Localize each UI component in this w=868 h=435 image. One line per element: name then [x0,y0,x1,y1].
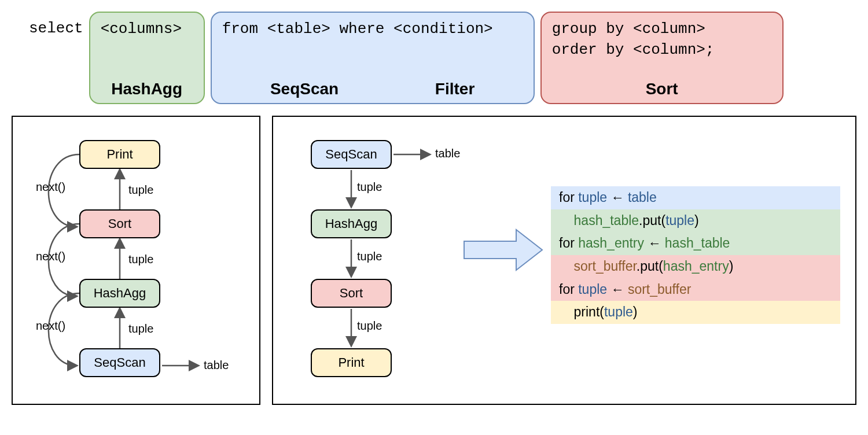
tuple-r-3: tuple [357,319,382,333]
print-node-r: Print [311,348,392,377]
groupby-code: group by <column> [552,19,772,39]
sort-node: Sort [79,209,160,238]
from-code: from <table> where <condition> [222,19,523,39]
next-label-2: next() [36,250,65,263]
table-label: table [204,359,229,372]
orderby-code: order by <column>; [552,39,772,60]
filter-op: Filter [435,80,475,98]
seqscan-node: SeqScan [79,348,160,377]
table-r: table [435,147,460,160]
sort-node-r: Sort [311,279,392,308]
sort-op: Sort [552,80,772,98]
left-panel: Print Sort HashAgg SeqScan next() next()… [12,116,260,405]
pseudocode: for tuple ← table hash_table.put(tuple) … [551,186,840,324]
hashagg-node-r: HashAgg [311,209,392,238]
from-box: from <table> where <condition> SeqScan F… [211,12,535,104]
code-line-5: for tuple ← sort_buffer [551,278,840,301]
code-line-4: sort_buffer.put(hash_entry) [551,255,840,278]
bottom-row: Print Sort HashAgg SeqScan next() next()… [12,116,856,405]
next-label-1: next() [36,180,65,194]
code-line-1: for tuple ← table [551,186,840,209]
columns-op: HashAgg [101,80,193,98]
tuple-r-2: tuple [357,250,382,263]
next-label-3: next() [36,319,65,333]
seqscan-op: SeqScan [270,80,339,98]
tuple-label-2: tuple [128,253,153,266]
tuple-r-1: tuple [357,180,382,194]
group-box: group by <column> order by <column>; Sor… [540,12,784,104]
print-node: Print [79,140,160,169]
tuple-label-3: tuple [128,322,153,336]
seqscan-node-r: SeqScan [311,140,392,169]
right-panel: SeqScan HashAgg Sort Print tuple tuple t… [272,116,856,405]
code-line-3: for hash_entry ← hash_table [551,232,840,255]
sql-annotation: select <columns> HashAgg from <table> wh… [29,12,856,104]
code-line-6: print(tuple) [551,301,840,324]
columns-box: <columns> HashAgg [89,12,205,104]
code-line-2: hash_table.put(tuple) [551,209,840,233]
tuple-label-1: tuple [128,183,153,197]
big-arrow-icon [464,230,542,270]
select-keyword: select [29,12,83,37]
columns-code: <columns> [101,19,193,39]
hashagg-node: HashAgg [79,279,160,308]
